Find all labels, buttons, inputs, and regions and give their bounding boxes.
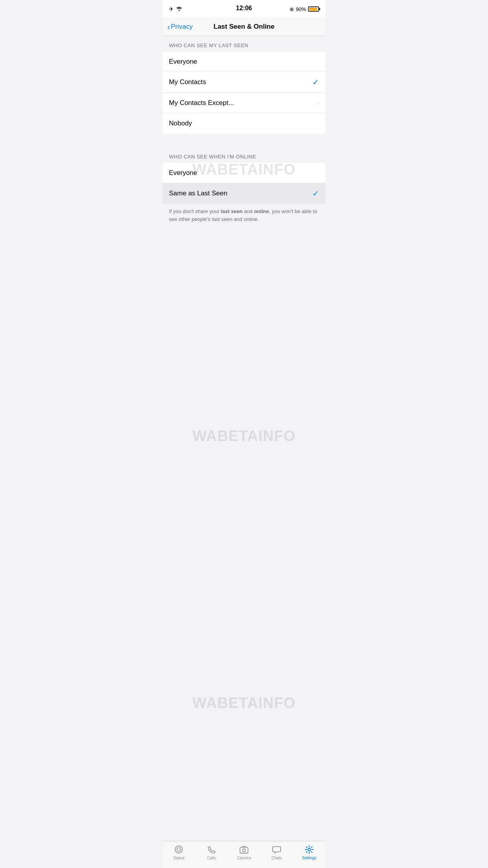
battery-percent: 90% — [296, 6, 306, 12]
airplane-icon: ✈ — [169, 6, 174, 12]
last-seen-option-my-contacts[interactable]: My Contacts ✓ — [163, 72, 325, 93]
last-seen-option-nobody[interactable]: Nobody — [163, 113, 325, 134]
my-contacts-except-chevron-icon: › — [317, 99, 319, 107]
last-seen-section-header: WHO CAN SEE MY LAST SEEN — [163, 36, 325, 51]
orientation-lock-icon: ⊕ — [290, 6, 294, 12]
last-seen-my-contacts-checkmark: ✓ — [312, 77, 319, 87]
battery-icon — [308, 6, 319, 12]
status-left: ✈ — [169, 6, 182, 13]
back-chevron-icon: ‹ — [167, 23, 170, 31]
online-same-as-last-seen-checkmark: ✓ — [312, 189, 319, 198]
online-same-as-last-seen-label: Same as Last Seen — [169, 189, 227, 197]
online-options-list: Everyone Same as Last Seen ✓ — [163, 163, 325, 204]
status-bar: ✈ 12:06 ⊕ 90% — [163, 0, 325, 17]
info-prefix: If you don't share your — [169, 208, 221, 214]
info-middle: and — [243, 208, 254, 214]
back-button[interactable]: ‹ Privacy — [167, 23, 193, 31]
last-seen-my-contacts-label: My Contacts — [169, 78, 206, 86]
info-bold-last-seen: last seen — [221, 208, 243, 214]
online-option-same-as-last-seen[interactable]: Same as Last Seen ✓ — [163, 183, 325, 204]
last-seen-everyone-label: Everyone — [169, 58, 197, 66]
last-seen-option-my-contacts-except[interactable]: My Contacts Except... › — [163, 93, 325, 113]
last-seen-option-everyone[interactable]: Everyone — [163, 51, 325, 72]
status-right: ⊕ 90% — [290, 6, 319, 12]
status-time: 12:06 — [236, 5, 252, 12]
online-everyone-label: Everyone — [169, 169, 197, 177]
info-text: If you don't share your last seen and on… — [163, 204, 325, 229]
online-section-header: WHO CAN SEE WHEN I'M ONLINE — [163, 147, 325, 163]
nav-bar: ‹ Privacy Last Seen & Online — [163, 17, 325, 36]
last-seen-nobody-label: Nobody — [169, 120, 192, 127]
online-option-everyone[interactable]: Everyone — [163, 163, 325, 183]
info-bold-online: online — [254, 208, 269, 214]
last-seen-options-list: Everyone My Contacts ✓ My Contacts Excep… — [163, 51, 325, 134]
page-title: Last Seen & Online — [214, 23, 275, 31]
wifi-icon — [176, 6, 182, 13]
section-gap — [163, 134, 325, 147]
battery-fill — [309, 7, 317, 11]
main-content: WABetaInfo WABetaInfo WABetaInfo WHO CAN… — [163, 36, 325, 261]
last-seen-my-contacts-except-label: My Contacts Except... — [169, 99, 234, 107]
back-label: Privacy — [171, 23, 193, 31]
